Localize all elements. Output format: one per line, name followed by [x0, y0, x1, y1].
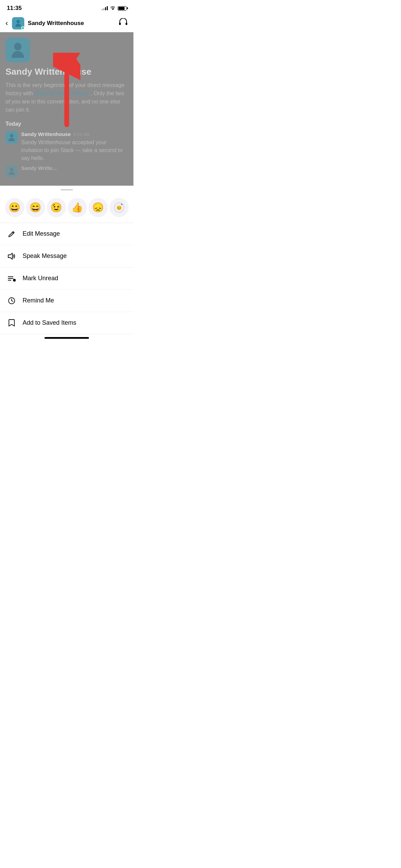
message-row: Sandy Writtenhouse 8:54 AM Sandy Written… [5, 131, 128, 162]
mark-unread-icon [7, 274, 16, 283]
speak-message-item[interactable]: Speak Message [0, 245, 133, 268]
home-bar [44, 337, 89, 339]
emoji-grin-button[interactable]: 😄 [26, 198, 45, 217]
emoji-wink-button[interactable]: 😉 [47, 198, 66, 217]
mark-unread-item[interactable]: Mark Unread [0, 268, 133, 290]
emoji-add-button[interactable]: 😊 + [109, 198, 129, 217]
svg-point-0 [112, 9, 114, 10]
bookmark-icon [7, 318, 16, 328]
svg-point-13 [13, 279, 16, 282]
message-time: 8:54 AM [74, 132, 90, 137]
svg-line-16 [12, 301, 13, 301]
speak-message-label: Speak Message [23, 252, 67, 260]
message-row-2: Sandy Writte... [5, 165, 128, 177]
emoji-smile-button[interactable]: 😀 [5, 198, 24, 217]
message-sender-2: Sandy Writte... [21, 165, 128, 171]
online-indicator [21, 26, 25, 30]
emoji-row: 😀 😄 😉 👍 😞 😊 + [0, 195, 133, 223]
status-bar: 11:35 [0, 0, 133, 14]
svg-text:+: + [121, 202, 123, 206]
status-time: 11:35 [7, 5, 22, 12]
bottom-sheet: 😀 😄 😉 👍 😞 😊 + Edit M [0, 189, 133, 341]
battery-icon [118, 6, 127, 11]
sheet-handle [61, 189, 73, 190]
message-avatar [5, 131, 18, 144]
profile-avatar-large [5, 38, 30, 62]
emoji-disappointed-button[interactable]: 😞 [89, 198, 108, 217]
svg-rect-2 [126, 23, 127, 25]
edit-message-label: Edit Message [23, 230, 60, 237]
mark-unread-label: Mark Unread [23, 275, 58, 282]
emoji-thumbsup-button[interactable]: 👍 [68, 198, 87, 217]
status-icons [102, 5, 127, 11]
add-saved-label: Add to Saved Items [23, 319, 76, 326]
nav-center: Sandy Writtenhouse [12, 17, 118, 29]
page-title: Sandy Writtenhouse [28, 20, 84, 27]
message-avatar-2 [5, 165, 18, 177]
message-content: Sandy Writtenhouse 8:54 AM Sandy Written… [21, 131, 128, 162]
arrow-indicator [53, 53, 80, 129]
svg-marker-9 [8, 253, 12, 259]
back-button[interactable]: ‹ [5, 19, 8, 28]
pencil-icon [7, 229, 16, 239]
remind-me-item[interactable]: Remind Me [0, 290, 133, 312]
svg-rect-1 [119, 23, 121, 25]
home-indicator [0, 334, 133, 341]
message-text: Sandy Writtenhouse accepted your invitat… [21, 138, 128, 162]
headphones-icon[interactable] [118, 18, 128, 28]
nav-bar: ‹ Sandy Writtenhouse [0, 14, 133, 32]
add-saved-item[interactable]: Add to Saved Items [0, 312, 133, 334]
message-header: Sandy Writtenhouse 8:54 AM [21, 131, 128, 137]
wifi-icon [110, 5, 116, 11]
clock-icon [7, 296, 16, 306]
remind-me-label: Remind Me [23, 297, 54, 304]
edit-message-item[interactable]: Edit Message [0, 223, 133, 245]
message-content-2: Sandy Writte... [21, 165, 128, 177]
message-sender: Sandy Writtenhouse [21, 131, 71, 137]
chat-background: Sandy Writtenhouse This is the very begi… [0, 32, 133, 186]
signal-icon [102, 6, 108, 10]
avatar [12, 17, 24, 29]
speaker-icon [7, 251, 16, 261]
